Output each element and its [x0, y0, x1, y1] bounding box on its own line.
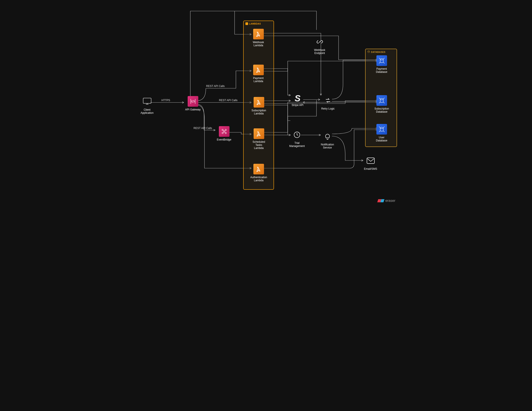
- payment-lambda-label: PaymentLambda: [252, 76, 265, 83]
- notification-node: NotificationService: [319, 131, 336, 149]
- stripe-icon: S: [292, 93, 303, 104]
- trial-mgmt-node: TrialManagement: [288, 129, 306, 148]
- link-icon: [314, 37, 325, 47]
- mail-icon: [365, 155, 376, 166]
- scheduled-lambda-label: ScheduledTasksLambda: [251, 140, 267, 150]
- retry-logic-node: Retry Logic: [320, 95, 336, 110]
- database-icon: [376, 55, 387, 66]
- webhook-endpoint-node: WebhookEndpoint: [312, 37, 328, 55]
- client-label: ClientApplication: [137, 108, 157, 115]
- database-icon: [376, 95, 387, 106]
- db-group-icon: [367, 50, 370, 54]
- retry-icon: [323, 95, 333, 106]
- edge-https: HTTPS: [162, 99, 170, 102]
- lambda-icon: [253, 29, 264, 39]
- gateway-label: API Gateway: [184, 108, 202, 111]
- svg-point-0: [368, 51, 370, 52]
- bell-icon: [322, 131, 333, 142]
- eraser-mark-icon: [378, 199, 384, 202]
- diagram-canvas: LAMBDAS DATABASES ClientApplication API …: [133, 0, 399, 206]
- lambda-icon: [253, 65, 264, 75]
- subscription-db-node: SubscriptionDatabase: [374, 95, 390, 113]
- retry-label: Retry Logic: [320, 107, 336, 110]
- lambdas-group-title: LAMBDAS: [249, 23, 261, 25]
- payment-db-node: PaymentDatabase: [375, 55, 388, 74]
- auth-lambda-label: AuthenticationLambda: [249, 176, 268, 182]
- payment-db-label: PaymentDatabase: [375, 67, 388, 74]
- payment-lambda-node: PaymentLambda: [252, 65, 265, 83]
- databases-group-title: DATABASES: [371, 51, 386, 53]
- api-gateway-node: API Gateway: [184, 96, 202, 111]
- lambda-icon: [254, 128, 264, 139]
- eventbridge-node: EventBridge: [215, 126, 233, 141]
- user-db-label: UserDatabase: [375, 136, 388, 142]
- edge-rest-1: REST API Calls: [206, 85, 225, 88]
- lambda-icon: [253, 164, 264, 174]
- lambda-group-icon: [246, 22, 248, 25]
- email-sms-node: Email/SMS: [363, 155, 379, 171]
- subscription-lambda-label: SubscriptionLambda: [251, 109, 267, 115]
- api-gateway-icon: [188, 96, 198, 107]
- email-label: Email/SMS: [363, 167, 379, 171]
- svg-rect-1: [143, 98, 151, 103]
- trial-label: TrialManagement: [288, 142, 306, 148]
- auth-lambda-node: AuthenticationLambda: [249, 164, 268, 182]
- client-application-node: ClientApplication: [137, 96, 157, 115]
- stripe-label: Stripe API: [290, 104, 305, 107]
- stripe-api-node: S Stripe API: [290, 93, 305, 107]
- webhook-lambda-node: WebhookLambda: [252, 29, 265, 47]
- monitor-icon: [142, 96, 152, 107]
- webhook-endpoint-label: WebhookEndpoint: [312, 48, 328, 55]
- svg-point-9: [380, 59, 383, 60]
- database-icon: [376, 124, 387, 134]
- eraser-logo: eraser: [378, 199, 395, 203]
- webhook-lambda-label: WebhookLambda: [252, 41, 265, 47]
- eventbridge-icon: [219, 126, 229, 137]
- clock-icon: [292, 129, 302, 140]
- eraser-brand-text: eraser: [385, 199, 395, 203]
- eventbridge-label: EventBridge: [215, 138, 233, 141]
- edge-rest-2: REST API Calls: [219, 99, 238, 102]
- subscription-lambda-node: SubscriptionLambda: [251, 97, 267, 115]
- svg-point-11: [380, 127, 383, 129]
- svg-point-10: [380, 98, 383, 100]
- svg-rect-8: [367, 158, 374, 163]
- user-db-node: UserDatabase: [375, 124, 388, 142]
- scheduled-lambda-node: ScheduledTasksLambda: [251, 128, 267, 150]
- notification-label: NotificationService: [319, 143, 336, 149]
- edge-rest-3: REST API Calls: [194, 127, 212, 130]
- lambda-icon: [254, 97, 264, 108]
- subscription-db-label: SubscriptionDatabase: [374, 107, 390, 113]
